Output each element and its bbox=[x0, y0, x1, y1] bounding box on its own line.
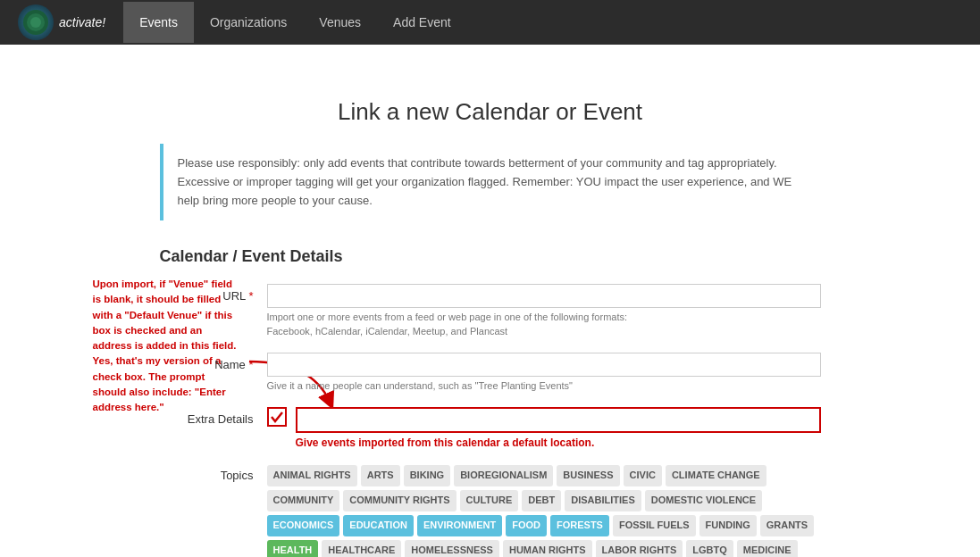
topic-tag[interactable]: GRANTS bbox=[760, 515, 814, 536]
svg-point-2 bbox=[30, 17, 41, 28]
name-label: Name * bbox=[160, 353, 267, 371]
topic-tag[interactable]: FOSSIL FUELS bbox=[613, 515, 696, 536]
topic-tag[interactable]: CULTURE bbox=[460, 490, 519, 511]
notice-text: Please use responsibly: only add events … bbox=[178, 156, 792, 207]
nav-links: Events Organizations Venues Add Event bbox=[123, 2, 467, 43]
topic-tag[interactable]: LGBTQ bbox=[686, 540, 733, 557]
outer-wrap: Upon import, if "Venue" field is blank, … bbox=[88, 45, 892, 557]
page-content: Link a new Calendar or Event Please use … bbox=[142, 71, 839, 557]
topic-tag[interactable]: DEBT bbox=[522, 490, 561, 511]
topic-tag[interactable]: ARTS bbox=[361, 465, 400, 486]
checkbox-custom[interactable] bbox=[267, 407, 287, 427]
brand-text: activate! bbox=[59, 15, 105, 29]
name-input[interactable] bbox=[267, 353, 821, 377]
topic-tag[interactable]: MEDICINE bbox=[737, 540, 798, 557]
topics-row: Topics ANIMAL RIGHTSARTSBIKINGBIOREGIONA… bbox=[160, 465, 821, 557]
page-title: Link a new Calendar or Event bbox=[160, 98, 821, 126]
topic-tag[interactable]: HEALTHCARE bbox=[322, 540, 401, 557]
name-group: Name * Give it a name people can underst… bbox=[160, 353, 821, 391]
topic-tag[interactable]: DOMESTIC VIOLENCE bbox=[645, 490, 762, 511]
extra-details-row: Extra Details Give events imported from … bbox=[160, 407, 821, 449]
extra-details-label: Extra Details bbox=[160, 407, 267, 426]
topic-tag[interactable]: FOOD bbox=[506, 515, 547, 536]
topic-tag[interactable]: BIOREGIONALISM bbox=[454, 465, 553, 486]
brand-logo bbox=[18, 4, 54, 40]
nav-organizations[interactable]: Organizations bbox=[194, 2, 303, 43]
topic-tag[interactable]: HEALTH bbox=[267, 540, 319, 557]
section-title: Calendar / Event Details bbox=[160, 247, 821, 266]
nav-add-event[interactable]: Add Event bbox=[377, 2, 467, 43]
url-hint1: Import one or more events from a feed or… bbox=[267, 312, 821, 322]
brand[interactable]: activate! bbox=[18, 4, 105, 40]
topic-tag[interactable]: HUMAN RIGHTS bbox=[503, 540, 592, 557]
name-hint: Give it a name people can understand, su… bbox=[267, 380, 821, 391]
url-field: Import one or more events from a feed or… bbox=[267, 284, 821, 337]
topic-tag[interactable]: FUNDING bbox=[699, 515, 757, 536]
topics-container: ANIMAL RIGHTSARTSBIKINGBIOREGIONALISMBUS… bbox=[267, 465, 821, 557]
topic-tag[interactable]: ENVIRONMENT bbox=[417, 515, 502, 536]
topic-tag[interactable]: COMMUNITY RIGHTS bbox=[343, 490, 456, 511]
checkbox-field bbox=[267, 407, 287, 427]
nav-venues[interactable]: Venues bbox=[303, 2, 377, 43]
topics-label: Topics bbox=[160, 465, 267, 482]
topic-tag[interactable]: BIKING bbox=[404, 465, 451, 486]
nav-events[interactable]: Events bbox=[123, 2, 194, 43]
url-input[interactable] bbox=[267, 284, 821, 308]
topics-field: ANIMAL RIGHTSARTSBIKINGBIOREGIONALISMBUS… bbox=[267, 465, 821, 557]
extra-details-hint: Give events imported from this calendar … bbox=[296, 436, 821, 449]
url-hint2: Facebook, hCalendar, iCalendar, Meetup, … bbox=[267, 326, 821, 337]
extra-details-input[interactable] bbox=[296, 407, 821, 433]
topic-tag[interactable]: ECONOMICS bbox=[267, 515, 340, 536]
extra-details-input-wrap: Give events imported from this calendar … bbox=[296, 407, 821, 449]
topic-tag[interactable]: CLIMATE CHANGE bbox=[666, 465, 766, 486]
topic-tag[interactable]: LABOR RIGHTS bbox=[596, 540, 683, 557]
topic-tag[interactable]: EDUCATION bbox=[343, 515, 414, 536]
topic-tag[interactable]: COMMUNITY bbox=[267, 490, 340, 511]
topic-tag[interactable]: FORESTS bbox=[550, 515, 609, 536]
url-group: URL * Import one or more events from a f… bbox=[160, 284, 821, 337]
topic-tag[interactable]: CIVIC bbox=[624, 465, 662, 486]
notice-box: Please use responsibly: only add events … bbox=[160, 144, 821, 220]
topic-tag[interactable]: BUSINESS bbox=[557, 465, 619, 486]
checkmark-icon bbox=[270, 410, 284, 424]
navbar: activate! Events Organizations Venues Ad… bbox=[0, 0, 980, 45]
topic-tag[interactable]: ANIMAL RIGHTS bbox=[267, 465, 357, 486]
topic-tag[interactable]: DISABILITIES bbox=[565, 490, 641, 511]
topic-tag[interactable]: HOMELESSNESS bbox=[405, 540, 499, 557]
url-label: URL * bbox=[160, 284, 267, 303]
name-field: Give it a name people can understand, su… bbox=[267, 353, 821, 391]
